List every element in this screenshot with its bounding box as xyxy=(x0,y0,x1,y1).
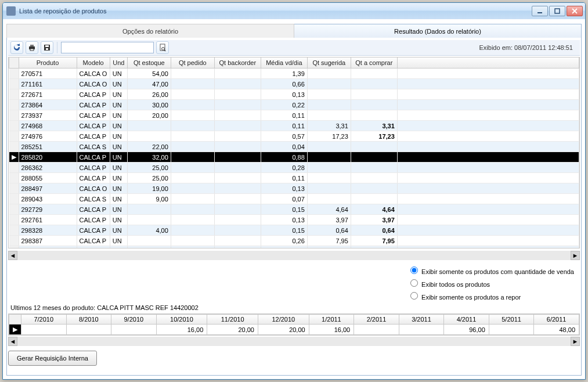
minimize-button[interactable] xyxy=(532,6,548,16)
table-row[interactable]: 273937CALCA PUN20,000,11 xyxy=(9,110,579,121)
month-header[interactable]: 3/2011 xyxy=(399,315,444,325)
month-header[interactable]: 8/2010 xyxy=(66,315,111,325)
find-button[interactable] xyxy=(156,41,169,54)
cell xyxy=(351,152,397,163)
print-button[interactable] xyxy=(26,41,38,54)
cell xyxy=(397,69,579,79)
table-row[interactable]: 274968CALCA PUN0,113,313,31 xyxy=(9,121,579,131)
save-icon xyxy=(43,44,51,52)
radio-repor-input[interactable] xyxy=(410,292,418,300)
month-header[interactable]: 10/2010 xyxy=(156,315,207,325)
cell: UN xyxy=(110,69,127,79)
cell: CALCA P xyxy=(77,163,110,173)
col-backorder[interactable]: Qt backorder xyxy=(214,57,261,69)
col-pedido[interactable]: Qt pedido xyxy=(171,57,214,69)
generate-requisition-button[interactable]: Gerar Requisição Interna xyxy=(8,351,97,366)
month-header[interactable]: 7/2010 xyxy=(21,315,67,325)
col-modelo[interactable]: Modelo xyxy=(77,57,110,69)
cell: UN xyxy=(110,152,127,163)
cell: 32,00 xyxy=(127,152,171,163)
radio-repor[interactable]: Exibir somente os produtos a repor xyxy=(407,289,574,302)
scroll-right-icon[interactable]: ► xyxy=(571,251,580,260)
cell xyxy=(307,89,351,100)
months-scroll-track[interactable] xyxy=(17,337,571,346)
table-row[interactable]: 288055CALCA PUN25,000,11 xyxy=(9,173,579,183)
month-cell xyxy=(66,325,111,335)
col-und[interactable]: Und xyxy=(110,57,127,69)
table-row[interactable]: 298433CALCA ILUN0,061,981,98 xyxy=(9,246,579,249)
col-media[interactable]: Média vd/dia xyxy=(261,57,307,69)
cell xyxy=(397,100,579,110)
cell xyxy=(351,142,397,152)
cell: 298328 xyxy=(19,225,77,236)
cell: 274976 xyxy=(19,131,77,142)
cell xyxy=(171,225,214,236)
cell xyxy=(214,89,261,100)
month-header[interactable]: 1/2011 xyxy=(309,315,354,325)
month-header[interactable]: 4/2011 xyxy=(444,315,489,325)
table-row[interactable]: 288497CALCA OUN19,000,13 xyxy=(9,183,579,194)
col-estoque[interactable]: Qt estoque xyxy=(127,57,171,69)
cell xyxy=(171,142,214,152)
table-row[interactable]: 298328CALCA PUN4,000,150,640,64 xyxy=(9,225,579,236)
radio-with-sales-input[interactable] xyxy=(410,266,418,274)
cell: CALCA P xyxy=(77,225,110,236)
table-row[interactable]: 273864CALCA PUN30,000,22 xyxy=(9,100,579,110)
cell: CALCA P xyxy=(77,215,110,225)
cell: 25,00 xyxy=(127,173,171,183)
col-produto[interactable]: Produto xyxy=(19,57,77,69)
cell: 0,15 xyxy=(261,204,307,215)
main-grid[interactable]: Produto Modelo Und Qt estoque Qt pedido … xyxy=(8,57,580,248)
cell xyxy=(9,142,19,152)
table-row[interactable]: 285251CALCA SUN22,000,04 xyxy=(9,142,579,152)
maximize-button[interactable] xyxy=(549,6,565,16)
footer: Gerar Requisição Interna xyxy=(8,346,580,366)
table-row[interactable]: 286362CALCA PUN25,000,28 xyxy=(9,163,579,173)
search-input[interactable] xyxy=(61,42,154,53)
cell: CALCA O xyxy=(77,79,110,89)
months-scroll-right-icon[interactable]: ► xyxy=(571,337,580,346)
row-marker-header xyxy=(9,57,19,69)
refresh-button[interactable] xyxy=(10,41,23,54)
titlebar: Lista de reposição de produtos xyxy=(3,3,585,19)
table-row[interactable]: 270571CALCA OUN54,001,39 xyxy=(9,69,579,79)
table-row[interactable]: 272671CALCA PUN26,000,13 xyxy=(9,89,579,100)
tab-options[interactable]: Opções do relatório xyxy=(6,24,294,38)
month-header[interactable]: 11/2010 xyxy=(207,315,258,325)
scroll-track[interactable] xyxy=(17,251,571,260)
cell xyxy=(214,121,261,131)
radio-all[interactable]: Exibir todos os produtos xyxy=(407,276,574,289)
months-scroll-left-icon[interactable]: ◄ xyxy=(8,337,17,346)
month-header[interactable]: 5/2011 xyxy=(489,315,534,325)
table-row[interactable]: 292761CALCA PUN0,133,973,97 xyxy=(9,215,579,225)
cell: 17,23 xyxy=(307,131,351,142)
cell xyxy=(214,142,261,152)
radio-with-sales[interactable]: Exibir somente os produtos com quantidad… xyxy=(407,264,574,276)
cell: 0,15 xyxy=(261,225,307,236)
table-row[interactable]: 289043CALCA SUN9,000,07 xyxy=(9,194,579,204)
save-button[interactable] xyxy=(41,41,53,54)
table-row[interactable]: 298387CALCA PUN0,267,957,95 xyxy=(9,236,579,246)
scroll-left-icon[interactable]: ◄ xyxy=(8,251,17,260)
month-header[interactable]: 2/2011 xyxy=(354,315,399,325)
month-header[interactable]: 12/2010 xyxy=(258,315,309,325)
cell xyxy=(9,215,19,225)
app-window: Lista de reposição de produtos Opções do… xyxy=(2,2,586,380)
radio-all-input[interactable] xyxy=(410,279,418,287)
col-comprar[interactable]: Qt a comprar xyxy=(351,57,397,69)
month-header[interactable]: 6/2011 xyxy=(534,315,579,325)
cell: 271161 xyxy=(19,79,77,89)
main-hscrollbar[interactable]: ◄ ► xyxy=(8,251,580,260)
tab-result[interactable]: Resultado (Dados do relatório) xyxy=(294,24,582,38)
months-hscrollbar[interactable]: ◄ ► xyxy=(8,337,580,346)
table-row[interactable]: ▶285820CALCA PUN32,000,88 xyxy=(9,152,579,163)
col-sugerida[interactable]: Qt sugerida xyxy=(307,57,351,69)
minimize-icon xyxy=(537,8,543,14)
table-row[interactable]: 274976CALCA PUN0,5717,2317,23 xyxy=(9,131,579,142)
month-header[interactable]: 9/2010 xyxy=(111,315,157,325)
close-button[interactable] xyxy=(567,6,583,16)
months-grid[interactable]: 7/20108/20109/201010/201011/201012/20101… xyxy=(8,313,580,336)
cell xyxy=(214,183,261,194)
table-row[interactable]: 292729CALCA PUN0,154,644,64 xyxy=(9,204,579,215)
table-row[interactable]: 271161CALCA OUN47,000,66 xyxy=(9,79,579,89)
